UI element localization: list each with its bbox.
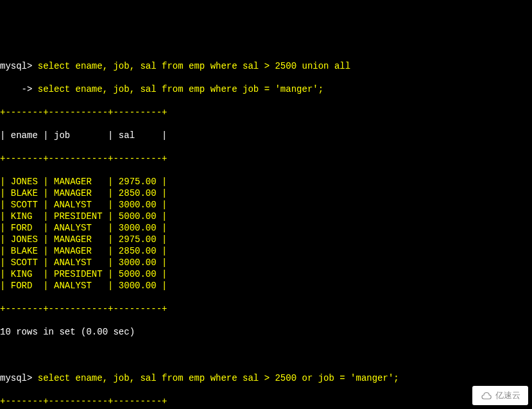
- blank-line: [0, 349, 532, 361]
- sql-query-text: select ename, job, sal from emp where jo…: [38, 84, 323, 94]
- table-row: | BLAKE | MANAGER | 2850.00 |: [0, 245, 532, 257]
- table-row: | SCOTT | ANALYST | 3000.00 |: [0, 199, 532, 211]
- sql-query-text: select ename, job, sal from emp where sa…: [38, 61, 350, 71]
- result-message: 10 rows in set (0.00 sec): [0, 326, 532, 338]
- mysql-prompt: mysql>: [0, 373, 38, 383]
- table-row: | JONES | MANAGER | 2975.00 |: [0, 234, 532, 245]
- continuation-prompt: ->: [0, 84, 38, 94]
- table-row: | FORD | ANALYST | 3000.00 |: [0, 280, 532, 292]
- sql-query-text: select ename, job, sal from emp where sa…: [38, 373, 399, 383]
- query1-line2: -> select ename, job, sal from emp where…: [0, 83, 532, 95]
- table-row: | KING | PRESIDENT | 5000.00 |: [0, 211, 532, 222]
- table1-body: | JONES | MANAGER | 2975.00 || BLAKE | M…: [0, 176, 532, 292]
- table-border-top: +-------+-----------+---------+: [0, 396, 532, 407]
- cloud-icon: [480, 392, 492, 399]
- table-border-bottom: +-------+-----------+---------+: [0, 303, 532, 315]
- watermark-text: 亿速云: [495, 390, 520, 401]
- table-row: | KING | PRESIDENT | 5000.00 |: [0, 268, 532, 280]
- table-border-mid: +-------+-----------+---------+: [0, 153, 532, 164]
- table-row: | JONES | MANAGER | 2975.00 |: [0, 176, 532, 187]
- table-row: | SCOTT | ANALYST | 3000.00 |: [0, 257, 532, 268]
- query2-line1: mysql> select ename, job, sal from emp w…: [0, 372, 532, 384]
- watermark-badge: 亿速云: [472, 386, 528, 405]
- table-row: | BLAKE | MANAGER | 2850.00 |: [0, 187, 532, 199]
- mysql-prompt: mysql>: [0, 61, 38, 71]
- table-border-top: +-------+-----------+---------+: [0, 107, 532, 118]
- query1-line1: mysql> select ename, job, sal from emp w…: [0, 60, 532, 72]
- terminal-output: mysql> select ename, job, sal from emp w…: [0, 46, 532, 409]
- table-header-row: | ename | job | sal |: [0, 130, 532, 141]
- table-row: | FORD | ANALYST | 3000.00 |: [0, 222, 532, 234]
